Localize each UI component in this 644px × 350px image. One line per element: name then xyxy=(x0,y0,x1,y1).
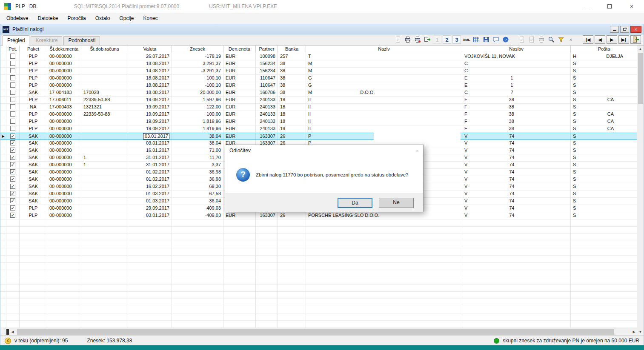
grid-row[interactable]: PLP00-00000026.07.2017-179,19EUR10009825… xyxy=(0,53,638,60)
cell-dok[interactable]: 00-000000 xyxy=(47,82,81,89)
cell-partner[interactable]: 163307 xyxy=(256,212,278,219)
tab-pregled[interactable]: Pregled xyxy=(3,35,29,46)
cell-naziv[interactable]: T xyxy=(306,53,462,60)
cell-naslov[interactable]: F 38 xyxy=(462,97,571,103)
cell-pot[interactable] xyxy=(6,75,20,82)
cell-banka[interactable]: 38 xyxy=(278,68,306,74)
cell-naziv[interactable]: II xyxy=(306,104,462,111)
da-button[interactable]: Da xyxy=(338,198,372,208)
cell-naslov[interactable]: V 74 xyxy=(462,147,571,154)
cell-naslov[interactable]: F 38 xyxy=(462,111,571,118)
cell-znesek[interactable]: 20.000,00 xyxy=(172,89,223,96)
cell-naslov[interactable]: V 74 xyxy=(462,212,571,219)
cell-pot[interactable] xyxy=(6,60,20,67)
cell-znesek[interactable]: -409,03 xyxy=(172,212,223,219)
cell-naziv[interactable]: M xyxy=(306,68,462,74)
xml-icon[interactable]: XML xyxy=(462,35,471,44)
cell-banka[interactable]: 26 xyxy=(278,212,306,219)
cell-den[interactable]: EUR xyxy=(223,118,256,125)
col-header-paket[interactable]: Paket xyxy=(20,46,47,53)
cell-den[interactable]: EUR xyxy=(223,75,256,82)
row-checkbox[interactable] xyxy=(10,75,15,80)
cell-dob[interactable] xyxy=(81,205,128,212)
cell-naslov[interactable]: V 74 xyxy=(462,162,571,168)
cell-znesek[interactable]: 11,70 xyxy=(172,154,223,161)
maximize-button[interactable] xyxy=(603,3,616,10)
cell-paket[interactable]: SAK xyxy=(20,176,47,183)
row-checkbox[interactable]: ✓ xyxy=(10,140,15,145)
child-minimize-button[interactable] xyxy=(610,26,619,33)
cell-paket[interactable]: SAK xyxy=(20,183,47,190)
cell-naslov[interactable]: C xyxy=(462,60,571,67)
cell-posta[interactable]: S xyxy=(571,212,638,219)
first-record-button[interactable]: |◀ xyxy=(583,35,593,44)
cell-partner[interactable]: 240133 xyxy=(256,97,278,103)
cell-naziv[interactable]: PORSCHE LEASING SLO D.O.O. xyxy=(306,212,462,219)
cell-posta[interactable]: S xyxy=(571,176,638,183)
cell-naziv[interactable]: II xyxy=(306,125,462,132)
menu-porocila[interactable]: Poročila xyxy=(63,13,90,24)
col-header-den[interactable]: Den.enota xyxy=(223,46,256,53)
cell-naslov[interactable]: C xyxy=(462,68,571,74)
table-icon[interactable] xyxy=(472,35,481,44)
row-checkbox[interactable]: ✓ xyxy=(10,191,15,196)
prev-record-button[interactable]: ◀ xyxy=(595,35,605,44)
row-checkbox[interactable] xyxy=(10,126,15,131)
col-header-dok[interactable]: Št.dokumenta xyxy=(47,46,81,53)
inline-date-editor[interactable]: 03.01.2017 xyxy=(143,133,169,139)
search-icon[interactable] xyxy=(547,35,555,44)
cell-pot[interactable] xyxy=(6,118,20,125)
tab-podrobnosti[interactable]: Podrobnosti xyxy=(63,36,100,45)
col-header-partner[interactable]: Partner xyxy=(256,46,278,53)
cell-partner[interactable]: 240133 xyxy=(256,125,278,132)
menu-opcije[interactable]: Opcije xyxy=(114,13,138,24)
cell-paket[interactable]: PLP xyxy=(20,82,47,89)
cell-dok[interactable]: 00-000000 xyxy=(47,183,81,190)
cell-valuta[interactable]: 01.02.2017 xyxy=(128,176,172,183)
grid-row[interactable]: PLP00-00000019.09.20171.819,96EUR2401331… xyxy=(0,118,638,125)
cell-znesek[interactable]: 100,10 xyxy=(172,75,223,82)
cell-partner[interactable]: 100098 xyxy=(256,53,278,60)
cell-dob[interactable] xyxy=(81,212,128,219)
cell-den[interactable]: EUR xyxy=(223,82,256,89)
cell-partner[interactable]: 110647 xyxy=(256,75,278,82)
cell-partner[interactable]: 168786 xyxy=(256,89,278,96)
cell-pot[interactable] xyxy=(6,97,20,103)
cell-znesek[interactable]: 100,00 xyxy=(172,111,223,118)
cell-dob[interactable] xyxy=(81,147,128,154)
help-icon[interactable]: ? xyxy=(501,35,510,44)
cell-naslov[interactable]: E 1 xyxy=(462,75,571,82)
filter-icon[interactable] xyxy=(557,35,565,44)
cell-naslov[interactable]: V 74 xyxy=(462,205,571,212)
cell-znesek[interactable]: 71,00 xyxy=(172,147,223,154)
row-checkbox[interactable]: ✓ xyxy=(10,155,15,160)
cell-pot[interactable] xyxy=(6,111,20,118)
grid-row[interactable]: PLP00-00000018.08.2017-100,10EUR11064738… xyxy=(0,82,638,89)
cell-dob[interactable] xyxy=(81,118,128,125)
cell-pot[interactable] xyxy=(6,125,20,132)
col-header-pot[interactable]: Pot. xyxy=(6,46,20,53)
cell-znesek[interactable]: 1.819,96 xyxy=(172,118,223,125)
cell-dok[interactable]: 00-000000 xyxy=(47,154,81,161)
cell-valuta[interactable]: 18.08.2017 xyxy=(128,75,172,82)
cell-dob[interactable]: 1 xyxy=(81,154,128,161)
view-3-icon[interactable]: 3 xyxy=(452,35,461,44)
cell-banka[interactable]: 18 xyxy=(278,118,306,125)
print-settings-icon[interactable] xyxy=(413,35,422,44)
cell-naslov[interactable]: C 7 xyxy=(462,89,571,96)
cell-naslov[interactable]: F 38 xyxy=(462,104,571,111)
cell-posta[interactable]: S CA xyxy=(571,118,638,125)
cell-den[interactable]: EUR xyxy=(223,68,256,74)
cell-dob[interactable] xyxy=(81,133,128,139)
cell-pot[interactable]: ✓ xyxy=(6,176,20,183)
cell-paket[interactable]: PLP xyxy=(20,125,47,132)
cell-pot[interactable] xyxy=(6,89,20,96)
menu-datoteke[interactable]: Datoteke xyxy=(33,13,63,24)
cell-valuta[interactable]: 03.01.2017 xyxy=(128,133,172,139)
cell-naslov[interactable]: V 74 xyxy=(462,154,571,161)
cell-pot[interactable]: ✓ xyxy=(6,198,20,205)
cell-znesek[interactable]: 69,30 xyxy=(172,183,223,190)
cell-valuta[interactable]: 16.01.2017 xyxy=(128,147,172,154)
cell-dob[interactable] xyxy=(81,75,128,82)
cell-dob[interactable]: 1321321 xyxy=(81,104,128,111)
